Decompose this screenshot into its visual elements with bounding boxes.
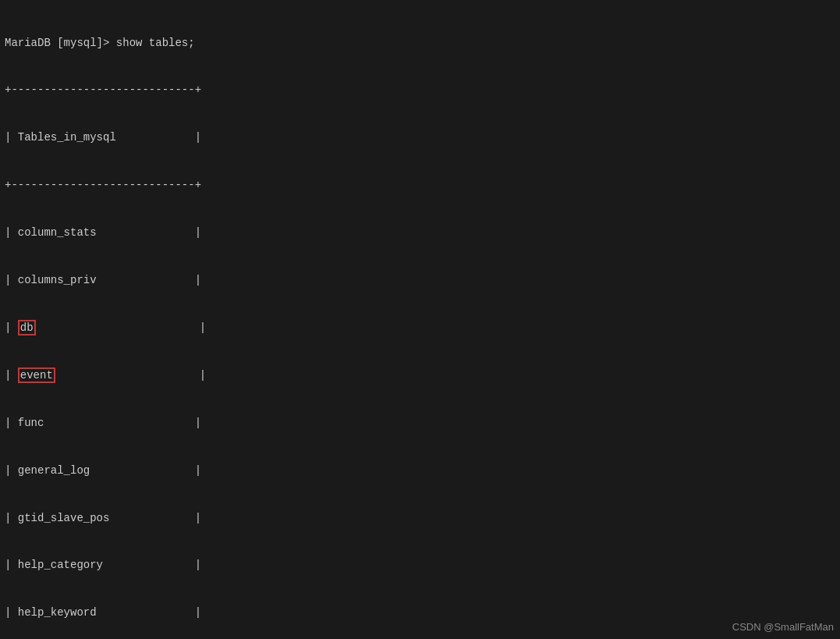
line-10: | general_log |	[5, 463, 835, 478]
highlight-db: db	[18, 320, 36, 335]
line-1: MariaDB [mysql]> show tables;	[5, 35, 835, 51]
line-13: | help_keyword |	[5, 605, 835, 620]
highlight-event: event	[18, 367, 55, 383]
line-4: +----------------------------+	[5, 177, 835, 193]
line-9: | func |	[5, 415, 835, 431]
line-2: +----------------------------+	[5, 82, 835, 98]
terminal: MariaDB [mysql]> show tables; +---------…	[0, 0, 840, 639]
line-11: | gtid_slave_pos |	[5, 510, 835, 526]
line-5: | column_stats |	[5, 225, 835, 240]
line-event: | event |	[5, 367, 835, 383]
line-db: | db |	[5, 320, 835, 335]
line-3: | Tables_in_mysql |	[5, 130, 835, 145]
watermark: CSDN @SmallFatMan	[732, 621, 834, 633]
line-6: | columns_priv |	[5, 272, 835, 288]
line-12: | help_category |	[5, 557, 835, 573]
